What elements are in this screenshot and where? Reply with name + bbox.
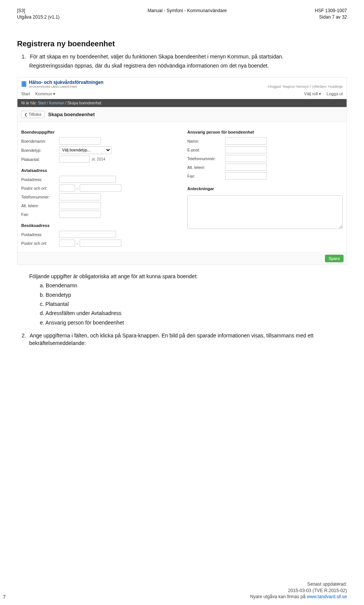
input-b-postnr[interactable] xyxy=(59,239,75,247)
menu-item-kommun[interactable]: Kommun ▾ xyxy=(35,91,55,96)
back-button[interactable]: ❮ Tillbaka xyxy=(21,111,44,118)
page-heading-row: ❮ Tillbaka Skapa boendeenhet xyxy=(17,107,347,122)
list-number-2: 2. xyxy=(22,332,28,339)
app-top-bar: ⦀⦀ Hälso- och sjukvårdsförvaltningen STO… xyxy=(17,77,347,89)
label-r-alt: Alt. telenr: xyxy=(187,165,225,170)
input-boendenamn[interactable] xyxy=(59,137,101,145)
doc-header: [S3] Utgåva 2015:2 (v1.1) Manual - Symfo… xyxy=(17,8,347,20)
group-besoksadress: Besöksadress xyxy=(21,223,177,228)
label-fax: Fax: xyxy=(21,212,59,217)
label-postnr: Postnr och ort: xyxy=(21,186,59,191)
input-alt[interactable] xyxy=(59,202,101,209)
input-fax[interactable] xyxy=(59,211,101,218)
main-menu: Start Kommun ▾ Välj roll ▾ Logga ut xyxy=(17,89,347,99)
label-postadr: Postadress: xyxy=(21,177,59,182)
list-item-c: c. Platsantal xyxy=(40,300,347,308)
breadcrumb: Ni är här: Start / Kommun / Skapa boende… xyxy=(17,99,347,107)
body-paragraph-2: Följande uppgifter är obligatoriska att … xyxy=(29,273,347,326)
group-boendeuppgifter: Boendeuppgifter xyxy=(21,130,177,134)
list-number-1: 1. xyxy=(22,53,28,60)
para2-intro: Följande uppgifter är obligatoriska att … xyxy=(29,273,347,280)
brand-logo-icon: ⦀⦀ xyxy=(21,80,26,88)
header-edition: Utgåva 2015:2 (v1.1) xyxy=(17,14,60,20)
app-screenshot: ⦀⦀ Hälso- och sjukvårdsförvaltningen STO… xyxy=(17,77,347,265)
suffix-platsantal: st. 2014 xyxy=(92,157,105,161)
form-footer: Spara xyxy=(17,252,347,265)
para1-text-a: För att skapa en ny boendeenhet, väljer … xyxy=(30,54,284,60)
brand: ⦀⦀ Hälso- och sjukvårdsförvaltningen STO… xyxy=(21,80,104,88)
group-avtalsadress: Avtalsadress xyxy=(21,168,177,173)
header-s3: [S3] xyxy=(17,8,60,14)
body-paragraph-1: 1. För att skapa en ny boendeenhet, välj… xyxy=(29,53,347,70)
save-button[interactable]: Spara xyxy=(325,255,344,262)
header-center: Manual - Symfoni - Kommunanvändare xyxy=(60,8,315,20)
form-area: Boendeuppgifter Boendenamn: Boendetyp: V… xyxy=(17,122,347,252)
input-r-tele[interactable] xyxy=(225,155,267,162)
header-right: HSF 1309-1007 Sidan 7 av 32 xyxy=(315,8,347,20)
footer-l2: 2015-03-03 (TVE R.2015-02) xyxy=(250,588,347,594)
header-title: Manual - Symfoni - Kommunanvändare xyxy=(60,8,315,14)
input-platsantal[interactable] xyxy=(59,156,89,163)
chevron-left-icon: ❮ xyxy=(24,112,27,117)
select-boendetyp[interactable]: Välj boendetyp... xyxy=(59,146,111,154)
breadcrumb-tail: / Skapa boendeenhet xyxy=(65,101,101,105)
input-b-ort[interactable] xyxy=(80,239,121,247)
menu-item-role[interactable]: Välj roll ▾ xyxy=(304,91,321,96)
para1-text-b: Registreringssidan öppnas, där du skall … xyxy=(29,63,269,69)
input-epost[interactable] xyxy=(225,146,267,153)
login-info: Inloggad: Magnus Hansson / Utfärdare: Hu… xyxy=(268,85,343,88)
input-tele[interactable] xyxy=(59,193,101,200)
input-postadr[interactable] xyxy=(59,176,116,183)
label-boendenamn: Boendenamn: xyxy=(21,139,59,143)
para3-text: Ange uppgifterna i fälten, och klicka på… xyxy=(29,332,314,346)
back-label: Tillbaka xyxy=(28,112,41,117)
label-alt: Alt. telenr: xyxy=(21,203,59,208)
input-postnr[interactable] xyxy=(59,184,75,192)
page-number: 7 xyxy=(3,594,6,600)
input-b-postadr[interactable] xyxy=(59,231,116,238)
footer-link[interactable]: www.tandvard.sll.se xyxy=(307,594,347,599)
input-namn[interactable] xyxy=(225,137,267,145)
input-r-fax[interactable] xyxy=(225,172,267,180)
label-b-postnr: Postnr och ort: xyxy=(21,241,59,246)
page-title: Skapa boendeenhet xyxy=(48,112,95,117)
menu-item-start[interactable]: Start xyxy=(21,91,30,96)
label-boendetyp: Boendetyp: xyxy=(21,148,59,153)
input-ort[interactable] xyxy=(80,184,121,192)
breadcrumb-links[interactable]: Start / Kommun xyxy=(38,101,64,105)
label-r-tele: Telefonnummer: xyxy=(187,156,225,161)
label-b-postadr: Postadress: xyxy=(21,232,59,237)
list-item-b: b. Boendetyp xyxy=(40,291,347,299)
group-anteckningar: Anteckningar xyxy=(187,186,343,191)
menu-item-logout[interactable]: Logga ut xyxy=(326,91,343,96)
page-footer: Senast uppdaterad: 2015-03-03 (TVE R.201… xyxy=(250,581,347,600)
input-r-alt[interactable] xyxy=(225,164,267,171)
breadcrumb-prefix: Ni är här: xyxy=(21,101,37,105)
textarea-anteckningar[interactable] xyxy=(187,195,343,229)
brand-subtitle: STOCKHOLMS LÄNS LANDSTING xyxy=(29,85,104,88)
dash-2: - xyxy=(77,241,78,246)
section-title: Registrera ny boendeenhet xyxy=(17,39,347,48)
dash-1: - xyxy=(77,186,78,191)
brand-title: Hälso- och sjukvårdsförvaltningen xyxy=(29,80,104,85)
footer-l1: Senast uppdaterad: xyxy=(250,581,347,587)
list-item-d: d. Adressfälten under Avtalsadress xyxy=(40,309,347,317)
label-namn: Namn: xyxy=(187,139,225,143)
list-item-e: e. Ansvarig person för boendeenhet xyxy=(40,319,347,326)
body-paragraph-3: 2. Ange uppgifterna i fälten, och klicka… xyxy=(29,332,347,347)
header-docnum: HSF 1309-1007 xyxy=(315,8,347,14)
header-page: Sidan 7 av 32 xyxy=(315,14,347,20)
footer-l3-pre: Nyare utgåva kan finnas på xyxy=(250,594,307,599)
label-r-fax: Fax: xyxy=(187,174,225,178)
label-epost: E-post: xyxy=(187,148,225,152)
list-item-a: a. Boendenamn xyxy=(40,282,347,289)
form-left-column: Boendeuppgifter Boendenamn: Boendetyp: V… xyxy=(21,128,177,248)
label-platsantal: Platsantal: xyxy=(21,157,59,162)
group-ansvarig: Ansvarig person för boendeenhet xyxy=(187,130,343,134)
form-right-column: Ansvarig person för boendeenhet Namn: E-… xyxy=(187,128,343,248)
header-left: [S3] Utgåva 2015:2 (v1.1) xyxy=(17,8,60,20)
label-tele: Telefonnummer: xyxy=(21,195,59,199)
